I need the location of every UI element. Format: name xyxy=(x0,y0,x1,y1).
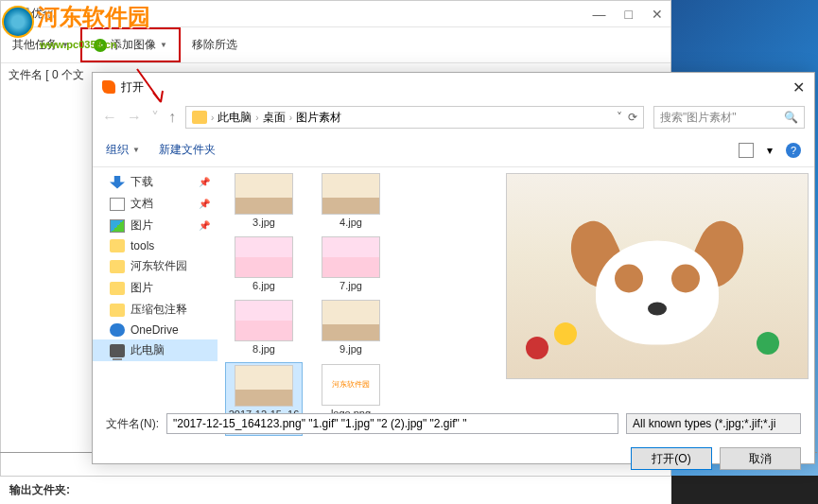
tree-item-图片[interactable]: 图片📌 xyxy=(93,215,218,236)
file-thumbnail xyxy=(322,236,380,278)
watermark-logo: 河东软件园 www.pc0359.cn xyxy=(2,2,150,51)
dialog-buttons: 打开(O) 取消 xyxy=(93,442,814,481)
breadcrumb-bar[interactable]: › 此电脑 › 桌面 › 图片素材 ˅ ⟳ xyxy=(185,106,644,129)
tree-item-文档[interactable]: 文档📌 xyxy=(93,193,218,215)
file-name: 9.jpg xyxy=(314,343,388,356)
annotation-arrow xyxy=(132,64,170,114)
file-name: 6.jpg xyxy=(227,280,301,292)
remove-selected-label: 移除所选 xyxy=(192,37,237,53)
chevron-right-icon: › xyxy=(255,113,258,123)
dl-icon xyxy=(110,176,125,189)
pic-icon xyxy=(110,219,125,233)
tree-item-下载[interactable]: 下载📌 xyxy=(93,171,218,193)
pc-icon xyxy=(110,344,125,357)
remove-selected-button[interactable]: 移除所选 xyxy=(181,27,249,62)
file-item[interactable]: 7.jpg xyxy=(312,235,390,294)
output-folder-label: 输出文件夹: xyxy=(9,482,70,498)
logo-url: www.pc0359.cn xyxy=(40,39,117,50)
search-icon: 🔍 xyxy=(784,111,798,124)
file-item[interactable]: 4.jpg xyxy=(312,171,390,231)
pin-icon: 📌 xyxy=(199,199,210,209)
folder-icon xyxy=(110,304,125,317)
app-icon xyxy=(102,80,115,94)
globe-icon xyxy=(2,6,34,38)
breadcrumb-level1[interactable]: 桌面 xyxy=(263,110,286,126)
new-folder-button[interactable]: 新建文件夹 xyxy=(159,142,216,158)
history-dropdown[interactable]: ˅ xyxy=(617,111,622,124)
folder-tree[interactable]: 下载📌文档📌图片📌tools河东软件园图片压缩包注释OneDrive此电脑 xyxy=(93,167,218,406)
file-item[interactable]: 3.jpg xyxy=(225,171,303,231)
file-thumbnail xyxy=(322,173,380,215)
file-thumbnail xyxy=(235,365,293,407)
tree-item-此电脑[interactable]: 此电脑 xyxy=(93,339,218,361)
close-button[interactable]: ✕ xyxy=(652,7,663,22)
file-thumbnail xyxy=(235,236,293,278)
view-dropdown[interactable]: ▾ xyxy=(767,144,773,157)
breadcrumb-controls: ˅ ⟳ xyxy=(617,111,637,124)
folder-icon xyxy=(110,239,125,252)
file-item[interactable]: 8.jpg xyxy=(225,298,303,357)
file-name: 3.jpg xyxy=(227,217,301,229)
window-controls: — □ ✕ xyxy=(593,7,663,22)
file-name: 8.jpg xyxy=(227,343,301,356)
filename-input[interactable] xyxy=(166,413,618,434)
folder-icon xyxy=(110,282,125,295)
open-button[interactable]: 打开(O) xyxy=(631,447,712,470)
file-item[interactable]: 6.jpg xyxy=(225,235,303,294)
tree-item-压缩包注释[interactable]: 压缩包注释 xyxy=(93,299,218,321)
file-thumbnail xyxy=(235,173,293,215)
cloud-icon xyxy=(110,323,125,337)
filename-label: 文件名(N): xyxy=(106,416,159,432)
search-input[interactable]: 搜索"图片素材" 🔍 xyxy=(653,106,805,129)
file-name: 4.jpg xyxy=(314,217,388,229)
file-thumbnail: 河东软件园 xyxy=(322,364,380,406)
maximize-button[interactable]: □ xyxy=(625,7,633,22)
preview-pane xyxy=(500,167,814,406)
filename-row: 文件名(N): All known types (*.jpg;*.jif;*.j… xyxy=(93,406,814,442)
dropdown-arrow-icon: ▼ xyxy=(160,41,167,49)
logo-text: 河东软件园 xyxy=(37,4,150,29)
preview-image xyxy=(506,173,809,379)
chevron-right-icon: › xyxy=(289,113,292,123)
folder-icon xyxy=(110,260,125,273)
breadcrumb-level2[interactable]: 图片素材 xyxy=(296,110,341,126)
navigation-row: ← → ˅ ↑ › 此电脑 › 桌面 › 图片素材 ˅ ⟳ 搜索"图片素材" 🔍 xyxy=(93,101,814,133)
search-placeholder: 搜索"图片素材" xyxy=(660,110,737,126)
file-item[interactable]: 9.jpg xyxy=(312,298,390,357)
back-button[interactable]: ← xyxy=(102,109,117,126)
filetype-select[interactable]: All known types (*.jpg;*.jif;*.ji xyxy=(626,413,801,434)
pin-icon: 📌 xyxy=(199,220,210,231)
view-controls: ▾ ? xyxy=(739,143,801,158)
organize-menu[interactable]: 组织 ▼ xyxy=(106,142,140,158)
cancel-button[interactable]: 取消 xyxy=(720,447,801,470)
open-file-dialog: 打开 ✕ ← → ˅ ↑ › 此电脑 › 桌面 › 图片素材 ˅ ⟳ 搜索"图片… xyxy=(92,72,815,464)
organize-row: 组织 ▼ 新建文件夹 ▾ ? xyxy=(93,133,814,167)
refresh-button[interactable]: ⟳ xyxy=(628,111,637,124)
view-mode-button[interactable] xyxy=(739,143,754,158)
dialog-close-button[interactable]: ✕ xyxy=(792,78,805,96)
help-icon[interactable]: ? xyxy=(786,143,801,158)
chevron-right-icon: › xyxy=(211,113,214,123)
file-thumbnail xyxy=(235,300,293,341)
dropdown-arrow-icon: ▼ xyxy=(132,146,140,154)
file-grid[interactable]: 3.jpg6.jpg8.jpg2017-12-15_164123.png 4.j… xyxy=(218,167,500,406)
tree-item-河东软件园[interactable]: 河东软件园 xyxy=(93,255,218,277)
tree-item-OneDrive[interactable]: OneDrive xyxy=(93,321,218,339)
file-thumbnail xyxy=(322,300,380,341)
dialog-titlebar: 打开 ✕ xyxy=(93,73,814,101)
pin-icon: 📌 xyxy=(199,177,210,187)
folder-icon xyxy=(192,111,207,124)
dialog-body: 下载📌文档📌图片📌tools河东软件园图片压缩包注释OneDrive此电脑 3.… xyxy=(93,167,814,406)
file-name: 7.jpg xyxy=(314,280,388,292)
breadcrumb-root[interactable]: 此电脑 xyxy=(218,110,252,126)
tree-item-图片[interactable]: 图片 xyxy=(93,277,218,299)
tree-item-tools[interactable]: tools xyxy=(93,236,218,255)
doc-icon xyxy=(110,198,125,211)
minimize-button[interactable]: — xyxy=(593,7,606,22)
file-count-label: 文件名 [ 0 个文 xyxy=(9,68,84,81)
